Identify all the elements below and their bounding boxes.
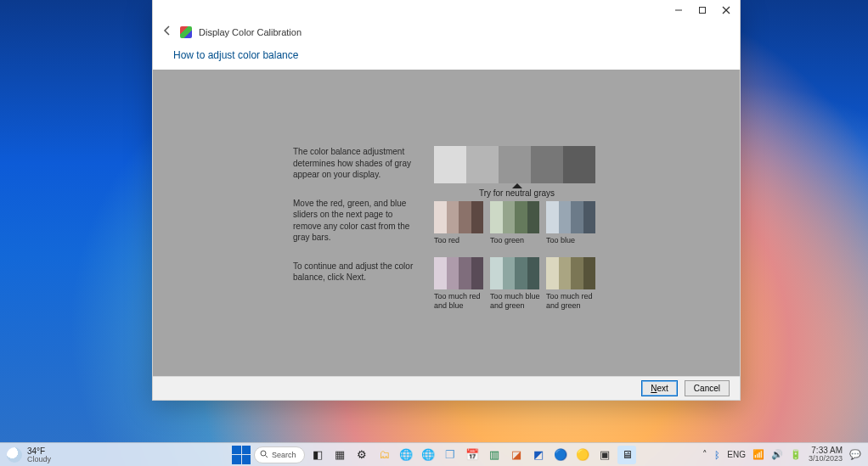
cast-label: Too much red and blue bbox=[434, 292, 485, 311]
cast-label: Too red bbox=[434, 236, 485, 245]
color-calibration-taskbar-icon[interactable]: 🖥 bbox=[617, 446, 636, 464]
minimize-button[interactable] bbox=[667, 0, 690, 20]
svg-rect-1 bbox=[700, 8, 706, 14]
edge-icon[interactable]: 🌐 bbox=[397, 446, 415, 464]
cast-label: Too green bbox=[490, 236, 541, 245]
swatch-too-blue bbox=[546, 201, 595, 233]
cast-too-green: Too green bbox=[490, 201, 541, 245]
cast-too-blue-green: Too much blue and green bbox=[490, 257, 541, 311]
search-label: Search bbox=[272, 451, 296, 459]
widgets-icon[interactable]: ▦ bbox=[330, 446, 349, 464]
swatch-too-blue-green bbox=[490, 257, 539, 289]
svg-line-5 bbox=[266, 455, 268, 458]
chrome-icon[interactable]: 🔵 bbox=[551, 446, 570, 464]
language-indicator[interactable]: ENG bbox=[727, 450, 746, 459]
body-area: The color balance adjustment determines … bbox=[153, 70, 740, 376]
swatch-too-red-green bbox=[546, 257, 595, 289]
instruction-text: The color balance adjustment determines … bbox=[293, 146, 420, 310]
task-view-icon[interactable]: ◧ bbox=[308, 446, 327, 464]
cancel-button[interactable]: Cancel bbox=[685, 380, 730, 396]
system-tray: ˄ ᛒ ENG 📶 🔊 🔋 7:33 AM 3/10/2023 💬 bbox=[696, 446, 868, 463]
taskbar-clock[interactable]: 7:33 AM 3/10/2023 bbox=[809, 446, 843, 463]
neutral-grays-label: Try for neutral grays bbox=[434, 188, 600, 198]
instruction-para-1: The color balance adjustment determines … bbox=[293, 146, 420, 181]
volume-icon[interactable]: 🔊 bbox=[771, 449, 783, 460]
taskbar: 34°F Cloudy Search ◧ ▦ ⚙ 🗂 🌐 🌐 ❐ 📅 ▥ ◪ ◩… bbox=[0, 442, 868, 466]
instruction-para-2: Move the red, green, and blue sliders on… bbox=[293, 198, 420, 244]
copy-icon[interactable]: ❐ bbox=[441, 446, 459, 464]
tray-chevron-up-icon[interactable]: ˄ bbox=[702, 449, 707, 460]
app-header: Display Color Calibration bbox=[153, 20, 740, 44]
color-cast-grid: Too red Too green Too blue Too much red … bbox=[434, 201, 600, 310]
cast-too-red-green: Too much red and green bbox=[546, 257, 597, 311]
display-color-calibration-window: Display Color Calibration How to adjust … bbox=[152, 0, 741, 401]
terminal-icon[interactable]: ▣ bbox=[595, 446, 614, 464]
excel-icon[interactable]: ▥ bbox=[485, 446, 504, 464]
battery-icon[interactable]: 🔋 bbox=[790, 449, 802, 460]
cast-label: Too much blue and green bbox=[490, 292, 541, 311]
swatch-too-green bbox=[490, 201, 539, 233]
edge-dev-icon[interactable]: 🌐 bbox=[419, 446, 437, 464]
dialog-footer: Next Cancel bbox=[153, 376, 740, 400]
word-icon[interactable]: ◩ bbox=[529, 446, 548, 464]
instruction-para-3: To continue and adjust the color balance… bbox=[293, 261, 420, 284]
svg-point-4 bbox=[261, 451, 266, 456]
page-subheading: How to adjust color balance bbox=[153, 44, 740, 70]
search-icon bbox=[260, 450, 268, 460]
neutral-gray-strip bbox=[434, 146, 595, 183]
back-arrow-icon[interactable] bbox=[161, 25, 173, 39]
swatch-too-red-blue bbox=[434, 257, 483, 289]
samples-pane: Try for neutral grays Too red Too green … bbox=[434, 146, 600, 310]
weather-desc: Cloudy bbox=[27, 456, 51, 463]
weather-icon bbox=[7, 447, 22, 463]
taskbar-center: Search ◧ ▦ ⚙ 🗂 🌐 🌐 ❐ 📅 ▥ ◪ ◩ 🔵 🟡 ▣ 🖥 bbox=[232, 446, 636, 464]
window-titlebar bbox=[153, 0, 740, 20]
file-explorer-icon[interactable]: 🗂 bbox=[375, 446, 393, 464]
cast-too-red-blue: Too much red and blue bbox=[434, 257, 485, 311]
network-icon[interactable]: 📶 bbox=[752, 449, 764, 460]
editor-icon[interactable]: ◪ bbox=[507, 446, 526, 464]
next-button[interactable]: Next bbox=[641, 380, 678, 396]
next-button-rest: ext bbox=[657, 384, 668, 393]
settings-icon[interactable]: ⚙ bbox=[352, 446, 371, 464]
start-button[interactable] bbox=[232, 446, 251, 464]
app-name: Display Color Calibration bbox=[199, 27, 302, 37]
notifications-icon[interactable]: 💬 bbox=[849, 449, 861, 460]
weather-widget[interactable]: 34°F Cloudy bbox=[0, 446, 58, 463]
swatch-too-red bbox=[434, 201, 483, 233]
taskbar-search[interactable]: Search bbox=[254, 446, 305, 463]
cast-too-red: Too red bbox=[434, 201, 485, 245]
weather-temp: 34°F bbox=[27, 446, 45, 456]
bluetooth-icon[interactable]: ᛒ bbox=[714, 450, 720, 460]
app-icon bbox=[180, 26, 192, 38]
cast-label: Too much red and green bbox=[546, 292, 597, 311]
chrome-canary-icon[interactable]: 🟡 bbox=[573, 446, 592, 464]
cast-too-blue: Too blue bbox=[546, 201, 597, 245]
maximize-button[interactable] bbox=[690, 0, 714, 20]
close-button[interactable] bbox=[714, 0, 738, 20]
cast-label: Too blue bbox=[546, 236, 597, 245]
clock-date: 3/10/2023 bbox=[809, 455, 843, 463]
calendar-icon[interactable]: 📅 bbox=[463, 446, 482, 464]
